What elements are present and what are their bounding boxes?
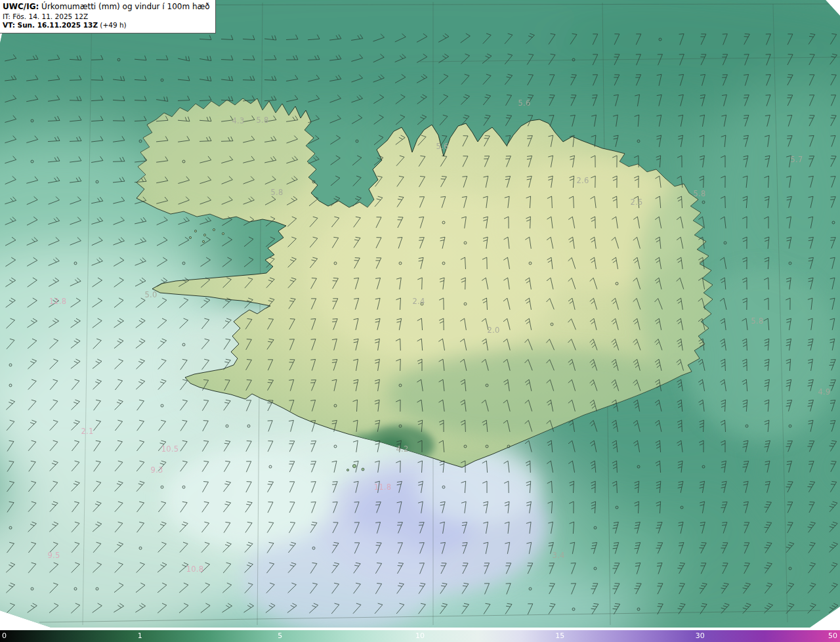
title-legend-box: UWC/IG: Úrkomumætti (mm) og vindur í 100… <box>0 0 216 33</box>
precipitation-colorbar: 01510153050 <box>0 630 840 642</box>
map-svg <box>0 0 840 630</box>
colorbar-tick-labels: 01510153050 <box>0 630 840 642</box>
map-title: Úrkomumætti (mm) og vindur í 100m hæð <box>39 2 209 11</box>
colorbar-tick: 50 <box>828 631 837 641</box>
valid-time-offset: (+49 h) <box>98 21 127 29</box>
init-time: IT: Fös. 14. 11. 2025 12Z <box>3 12 210 22</box>
colorbar-tick: 0 <box>2 631 7 641</box>
valid-time: VT: Sun. 16.11.2025 13Z <box>3 21 98 29</box>
precipitation-wind-map: 4.35.85.65.62.62.55.85.75.85.02.42.05.84… <box>0 0 840 630</box>
colorbar-tick: 5 <box>278 631 282 641</box>
valid-time-line: VT: Sun. 16.11.2025 13Z (+49 h) <box>3 21 210 30</box>
map-title-line: UWC/IG: Úrkomumætti (mm) og vindur í 100… <box>3 2 210 12</box>
model-name: UWC/IG: <box>3 2 39 11</box>
colorbar-tick: 15 <box>555 631 564 641</box>
weather-map-stage: 4.35.85.65.62.62.55.85.75.85.02.42.05.84… <box>0 0 840 642</box>
colorbar-tick: 10 <box>415 631 425 641</box>
colorbar-tick: 1 <box>138 631 142 641</box>
colorbar-tick: 30 <box>696 631 705 641</box>
